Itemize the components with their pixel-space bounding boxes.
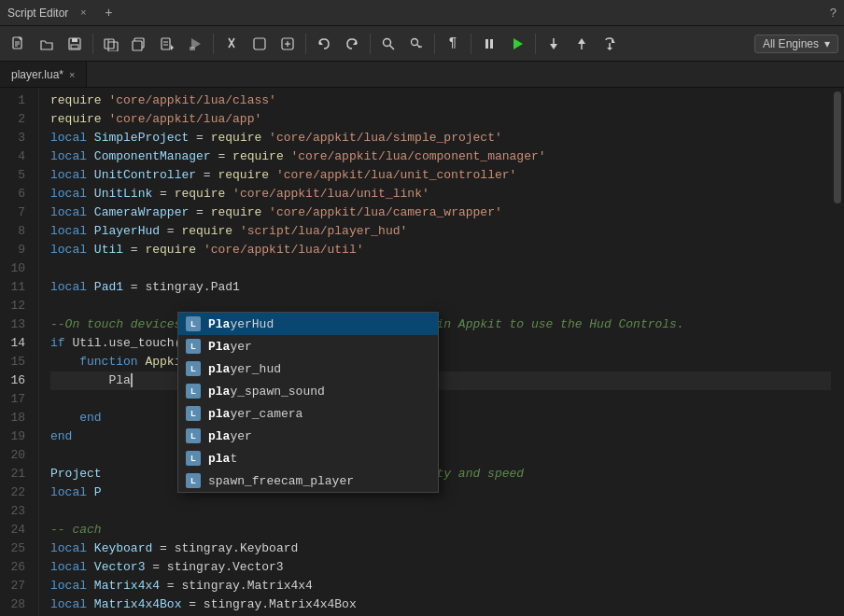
help-icon[interactable]: ?	[830, 6, 837, 20]
line-num-16: 16	[0, 371, 31, 390]
step-over-button[interactable]	[597, 31, 623, 57]
svg-marker-40	[607, 48, 612, 50]
editor-container: 1 2 3 4 5 6 7 8 9 10 11 12 13 14 15 16 1…	[0, 88, 844, 616]
btn-7[interactable]	[182, 31, 208, 57]
svg-rect-20	[254, 38, 265, 49]
tab-label: player.lua*	[11, 68, 63, 81]
autocomplete-item-2[interactable]: L player_hud	[178, 357, 438, 380]
toolbar: ¶ All Engines ▾	[0, 26, 844, 62]
code-line-28: local Matrix4x4Box = stingray.Matrix4x4B…	[50, 595, 831, 614]
line-num-13: 13	[0, 315, 31, 334]
autocomplete-item-5[interactable]: L player	[178, 425, 438, 447]
code-line-23	[50, 502, 831, 521]
line-num-12: 12	[0, 297, 31, 315]
autocomplete-icon-4: L	[186, 406, 201, 421]
tab-bar: player.lua* ×	[0, 62, 844, 88]
line-num-19: 19	[0, 427, 31, 446]
line-num-27: 27	[0, 577, 31, 595]
autocomplete-item-4[interactable]: L player_camera	[178, 402, 438, 425]
code-area[interactable]: require 'core/appkit/lua/class' require …	[39, 88, 831, 616]
line-num-8: 8	[0, 222, 31, 241]
line-num-22: 22	[0, 483, 31, 502]
code-line-20	[50, 446, 831, 465]
line-num-9: 9	[0, 241, 31, 259]
toolbar-sep-7	[535, 34, 536, 54]
svg-marker-33	[513, 38, 523, 49]
code-line-19: end	[50, 427, 831, 446]
line-num-24: 24	[0, 521, 31, 539]
autocomplete-dropdown[interactable]: L PlayerHud L Player L player_hud L play…	[177, 312, 439, 493]
btn-5[interactable]	[126, 31, 152, 57]
autocomplete-text-6: plat	[208, 452, 237, 466]
save-button[interactable]	[62, 31, 88, 57]
svg-rect-5	[72, 38, 77, 42]
code-line-27: local Matrix4x4 = stingray.Matrix4x4	[50, 577, 831, 595]
btn-6[interactable]	[154, 31, 180, 57]
autocomplete-text-1: Player	[208, 340, 252, 354]
step-out-button[interactable]	[569, 31, 595, 57]
redo-button[interactable]	[339, 31, 365, 57]
btn-4[interactable]	[98, 31, 124, 57]
line-num-2: 2	[0, 110, 31, 129]
line-num-18: 18	[0, 409, 31, 427]
open-button[interactable]	[34, 31, 60, 57]
search-button[interactable]	[375, 31, 401, 57]
svg-rect-12	[162, 38, 170, 49]
code-line-10	[50, 259, 831, 278]
code-line-15: function Appkit.input_mapper:get_motion_…	[50, 353, 831, 371]
code-line-2: require 'core/appkit/lua/app'	[50, 110, 831, 129]
code-line-22: local P	[50, 483, 831, 502]
btn-9[interactable]	[246, 31, 273, 57]
undo-button[interactable]	[311, 31, 337, 57]
autocomplete-item-3[interactable]: L play_spawn_sound	[178, 380, 438, 402]
engines-label: All Engines	[763, 37, 819, 50]
title-bar-add-icon[interactable]: +	[98, 3, 119, 23]
autocomplete-text-5: player	[208, 429, 252, 443]
btn-10[interactable]	[274, 31, 301, 57]
autocomplete-item-6[interactable]: L plat	[178, 447, 438, 469]
svg-line-27	[390, 45, 395, 49]
line-num-11: 11	[0, 278, 31, 297]
vertical-scrollbar[interactable]	[831, 88, 844, 616]
line-num-6: 6	[0, 185, 31, 203]
find-replace-button[interactable]	[403, 31, 429, 57]
line-num-21: 21	[0, 465, 31, 483]
svg-marker-15	[171, 45, 174, 50]
code-line-9: local Util = require 'core/appkit/lua/ut…	[50, 241, 831, 259]
svg-rect-31	[485, 39, 488, 49]
toolbar-sep-4	[370, 34, 371, 54]
code-line-7: local CameraWrapper = require 'core/appk…	[50, 203, 831, 222]
svg-marker-37	[578, 38, 585, 44]
pause-button[interactable]	[476, 31, 502, 57]
autocomplete-item-7[interactable]: L spawn_freecam_player	[178, 469, 438, 492]
step-in-button[interactable]	[541, 31, 567, 57]
line-num-3: 3	[0, 129, 31, 147]
tab-player-lua[interactable]: player.lua* ×	[0, 62, 87, 87]
line-num-28: 28	[0, 595, 31, 614]
autocomplete-icon-0: L	[186, 316, 201, 331]
tab-close-icon[interactable]: ×	[69, 69, 75, 80]
code-line-26: local Vector3 = stingray.Vector3	[50, 558, 831, 577]
run-button[interactable]	[504, 31, 530, 57]
autocomplete-item-1[interactable]: L Player	[178, 335, 438, 357]
line-num-20: 20	[0, 446, 31, 465]
new-script-button[interactable]	[6, 31, 32, 57]
code-line-11: local Pad1 = stingray.Pad1	[50, 278, 831, 297]
paragraph-button[interactable]: ¶	[440, 31, 466, 57]
code-line-5: local UnitController = require 'core/app…	[50, 166, 831, 185]
toolbar-sep-3	[305, 34, 306, 54]
code-line-21: Project bility and speed	[50, 465, 831, 483]
line-num-17: 17	[0, 390, 31, 409]
autocomplete-item-0[interactable]: L PlayerHud	[178, 313, 438, 335]
autocomplete-icon-3: L	[186, 384, 201, 399]
line-num-1: 1	[0, 91, 31, 110]
cut-button[interactable]	[218, 31, 245, 57]
svg-rect-32	[490, 39, 493, 49]
svg-rect-17	[190, 47, 195, 50]
engines-dropdown[interactable]: All Engines ▾	[754, 35, 838, 53]
autocomplete-text-2: player_hud	[208, 362, 281, 376]
toolbar-sep-1	[92, 34, 93, 54]
line-num-7: 7	[0, 203, 31, 222]
scrollbar-thumb[interactable]	[834, 91, 841, 203]
title-bar-close-icon[interactable]: ×	[76, 6, 91, 21]
